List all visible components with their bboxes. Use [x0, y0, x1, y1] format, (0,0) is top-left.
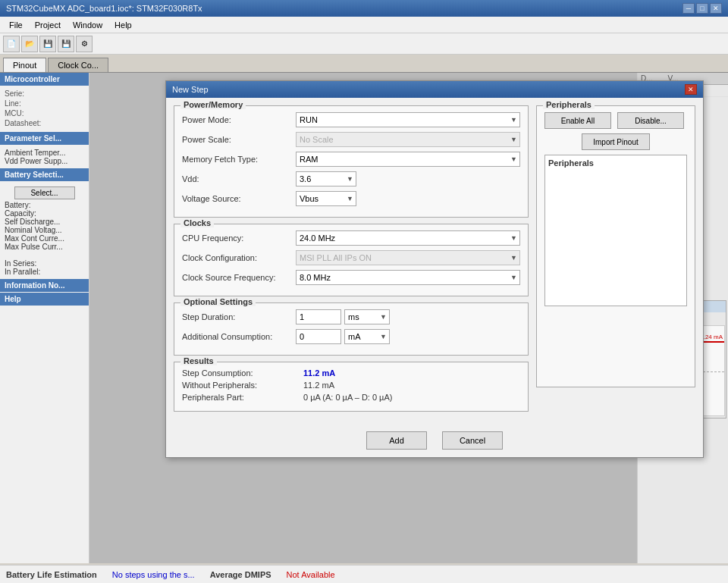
battery-select-button[interactable]: Select... [14, 186, 75, 199]
menu-project[interactable]: Project [29, 19, 67, 31]
disable-button[interactable]: Disable... [617, 112, 684, 129]
power-scale-row: Power Scale: No Scale ▼ [182, 132, 520, 147]
cancel-button[interactable]: Cancel [442, 431, 503, 450]
cpu-freq-row: CPU Frequency: 24.0 MHz ▼ [182, 230, 520, 246]
toolbar-save[interactable]: 💾 [39, 36, 56, 52]
clock-source-row: Clock Source Frequency: 8.0 MHz ▼ [182, 270, 520, 285]
menu-bar: File Project Window Help [0, 17, 728, 33]
title-bar: STM32CubeMX ADC_board1.ioc*: STM32F030R8… [0, 0, 728, 17]
sidebar: Microcontroller Serie: Line: MCU: Datash… [0, 73, 89, 563]
peripherals-list: Peripherals [544, 155, 687, 306]
clock-config-label: Clock Configuration: [182, 253, 296, 262]
clock-config-select[interactable]: MSI PLL All IPs ON [296, 250, 520, 265]
sidebar-max-cont: Max Cont Curre... [5, 234, 84, 243]
sidebar-mcu-content: Serie: Line: MCU: Datasheet: [0, 86, 89, 132]
sidebar-capacity: Capacity: [5, 209, 84, 218]
sidebar-section-mcu: Microcontroller [0, 73, 89, 86]
results-group: Results Step Consumption: 11.2 mA Withou… [174, 362, 529, 412]
content-area: D... V... 0.0 Vbus Display Plot: All Ste… [89, 73, 728, 563]
memory-fetch-row: Memory Fetch Type: RAM ▼ [182, 152, 520, 167]
step-consumption-value: 11.2 mA [303, 368, 335, 378]
title-bar-controls: ─ □ ✕ [682, 3, 722, 14]
dialog-footer: Add Cancel [166, 425, 703, 457]
enable-all-button[interactable]: Enable All [544, 112, 611, 129]
additional-consumption-input[interactable] [296, 329, 341, 344]
vdd-label: Vdd: [182, 174, 296, 183]
dialog-close-button[interactable]: ✕ [685, 84, 697, 95]
clocks-title: Clocks [180, 218, 214, 227]
clock-source-select[interactable]: 8.0 MHz [296, 270, 520, 285]
sidebar-in-series: In Series: [5, 259, 84, 268]
cpu-freq-label: CPU Frequency: [182, 234, 296, 243]
memory-fetch-wrapper: RAM ▼ [296, 152, 520, 167]
power-scale-select[interactable]: No Scale [296, 132, 520, 147]
memory-fetch-select[interactable]: RAM [296, 152, 520, 167]
sidebar-ambient: Ambient Temper... [5, 149, 84, 157]
without-peripherals-row: Without Peripherals: 11.2 mA [182, 381, 520, 390]
right-panel: Peripherals Enable All Disable... Import… [536, 105, 695, 418]
voltage-source-label: Voltage Source: [182, 194, 296, 203]
sidebar-section-param: Parameter Sel... [0, 132, 89, 145]
optional-settings-title: Optional Settings [180, 297, 256, 306]
add-button[interactable]: Add [366, 431, 427, 450]
peripherals-buttons: Enable All Disable... [544, 112, 687, 129]
sidebar-nominal-voltage: Nominal Voltag... [5, 226, 84, 234]
sidebar-section-battery: Battery Selecti... [0, 168, 89, 181]
tab-bar: Pinout Clock Co... [0, 55, 728, 73]
toolbar-open[interactable]: 📂 [21, 36, 38, 52]
peripherals-part-value: 0 µA (A: 0 µA – D: 0 µA) [303, 393, 392, 402]
vdd-select[interactable]: 3.6 [296, 171, 356, 186]
step-duration-input[interactable] [296, 309, 341, 324]
step-duration-label: Step Duration: [182, 312, 296, 321]
clock-config-row: Clock Configuration: MSI PLL All IPs ON … [182, 250, 520, 265]
sidebar-line: Line: [5, 99, 84, 108]
peripherals-group: Peripherals Enable All Disable... Import… [536, 105, 695, 387]
toolbar-new[interactable]: 📄 [3, 36, 20, 52]
sidebar-self-discharge: Self Discharge... [5, 218, 84, 226]
power-scale-label: Power Scale: [182, 135, 296, 144]
vdd-row: Vdd: 3.6 ▼ [182, 171, 520, 186]
toolbar-generate[interactable]: ⚙ [76, 36, 93, 52]
menu-file[interactable]: File [3, 19, 29, 31]
additional-consumption-row: Additional Consumption: mA ▼ [182, 329, 520, 344]
sidebar-datasheet: Datasheet: [5, 119, 84, 127]
power-mode-row: Power Mode: RUN ▼ [182, 112, 520, 127]
clock-config-wrapper: MSI PLL All IPs ON ▼ [296, 250, 520, 265]
voltage-source-select[interactable]: Vbus [296, 191, 356, 206]
sidebar-section-help: Help [0, 293, 89, 306]
toolbar-save2[interactable]: 💾 [58, 36, 74, 52]
main-layout: Microcontroller Serie: Line: MCU: Datash… [0, 73, 728, 563]
tab-clock[interactable]: Clock Co... [48, 58, 108, 72]
left-panel: Power/Memory Power Mode: RUN ▼ Po [174, 105, 529, 418]
additional-consumption-label: Additional Consumption: [182, 332, 296, 341]
consumption-unit-select[interactable]: mA [344, 329, 390, 344]
optional-settings-group: Optional Settings Step Duration: ms ▼ [174, 302, 529, 356]
step-duration-controls: ms ▼ [296, 309, 520, 324]
step-consumption-label: Step Consumption: [182, 368, 303, 378]
step-unit-select[interactable]: ms [344, 309, 390, 324]
cpu-freq-select[interactable]: 24.0 MHz [296, 230, 520, 246]
results-title: Results [180, 356, 217, 365]
without-peripherals-label: Without Peripherals: [182, 381, 303, 390]
close-button[interactable]: ✕ [710, 3, 722, 14]
step-duration-row: Step Duration: ms ▼ [182, 309, 520, 324]
power-scale-wrapper: No Scale ▼ [296, 132, 520, 147]
cpu-freq-wrapper: 24.0 MHz ▼ [296, 230, 520, 246]
tab-pinout[interactable]: Pinout [3, 58, 46, 72]
maximize-button[interactable]: □ [696, 3, 708, 14]
sidebar-in-parallel: In Parallel: [5, 268, 84, 276]
consumption-unit-wrapper: mA ▼ [344, 329, 390, 344]
power-mode-select[interactable]: RUN [296, 112, 520, 127]
vdd-wrapper: 3.6 ▼ [296, 171, 356, 186]
step-unit-wrapper: ms ▼ [344, 309, 390, 324]
menu-help[interactable]: Help [108, 19, 138, 31]
minimize-button[interactable]: ─ [682, 3, 695, 14]
power-memory-title: Power/Memory [180, 100, 246, 109]
toolbar: 📄 📂 💾 💾 ⚙ [0, 33, 728, 55]
import-pinout-button[interactable]: Import Pinout [582, 133, 650, 150]
dialog-body: Power/Memory Power Mode: RUN ▼ Po [166, 98, 703, 425]
power-mode-label: Power Mode: [182, 115, 296, 124]
new-step-dialog: New Step ✕ Power/Memory Power Mode: RU [165, 80, 704, 458]
menu-window[interactable]: Window [67, 19, 108, 31]
power-memory-group: Power/Memory Power Mode: RUN ▼ Po [174, 105, 529, 218]
